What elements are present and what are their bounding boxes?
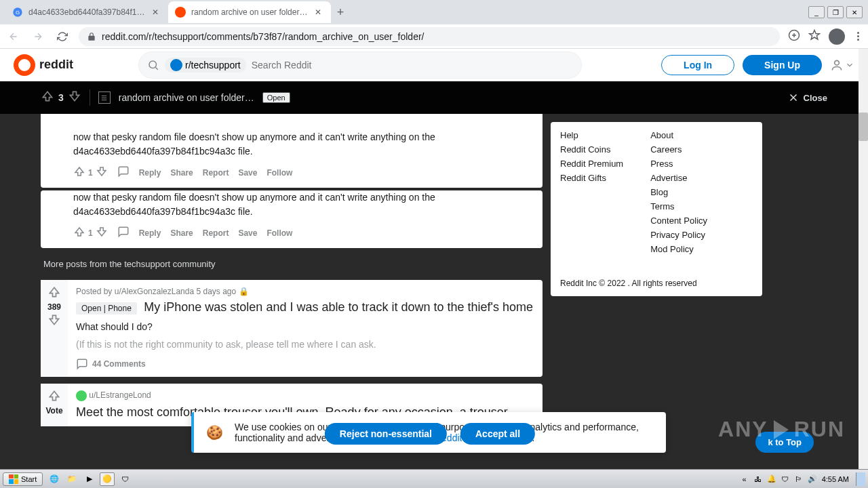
author-link[interactable]: u/LEstrangeLond	[89, 390, 151, 400]
minimize-button[interactable]: _	[808, 6, 825, 18]
flag-icon[interactable]: 🏳	[793, 474, 804, 485]
browser-tab-reddit[interactable]: random archive on user folder… : te ✕	[168, 1, 331, 23]
reply-button[interactable]: Reply	[139, 168, 161, 178]
profile-avatar[interactable]	[829, 28, 845, 45]
login-button[interactable]: Log In	[661, 55, 734, 75]
downvote-button[interactable]	[96, 165, 108, 180]
footer-link[interactable]: Reddit Premium	[560, 159, 623, 169]
lock-icon	[87, 32, 96, 41]
tab-bar: G d4ac4633ebd6440fa397b84f1bc94a ✕ rando…	[0, 0, 868, 24]
footer-link[interactable]: Advertise	[650, 173, 707, 183]
signup-button[interactable]: Sign Up	[743, 55, 822, 75]
taskbar-clock[interactable]: 4:55 AM	[822, 475, 849, 483]
reload-button[interactable]	[54, 28, 71, 45]
reject-cookies-button[interactable]: Reject non-essential	[325, 423, 447, 445]
upvote-button[interactable]	[73, 165, 85, 180]
footer-link[interactable]: Mod Policy	[650, 244, 707, 254]
footer-link[interactable]: About	[650, 130, 707, 140]
search-input[interactable]	[252, 60, 573, 70]
back-button[interactable]	[5, 28, 22, 45]
downvote-button[interactable]	[96, 226, 108, 240]
forward-button[interactable]	[30, 28, 46, 45]
tray-icons: « 🖧 🔔 🛡 🏳 🔊	[739, 474, 818, 485]
back-to-top-button[interactable]: k to Top	[755, 432, 814, 453]
footer-link[interactable]: Help	[560, 130, 623, 140]
search-box[interactable]: r/techsupport	[138, 52, 582, 79]
comment-icon	[76, 358, 88, 370]
author-link[interactable]: u/AlexGonzalezLanda	[115, 287, 194, 296]
cookie-icon: 🍪	[206, 424, 225, 441]
page-scrollbar[interactable]	[859, 49, 868, 469]
close-label: Close	[804, 93, 827, 103]
start-button[interactable]: Start	[3, 472, 43, 486]
reply-button[interactable]: Reply	[139, 228, 161, 238]
tab-close-icon[interactable]: ✕	[315, 7, 324, 17]
post-flair[interactable]: Open | Phone	[76, 302, 137, 314]
footer-link[interactable]: Blog	[650, 187, 707, 197]
comment-score: 1	[88, 168, 93, 178]
tab-close-icon[interactable]: ✕	[152, 7, 161, 17]
share-button[interactable]: Share	[170, 168, 193, 178]
browser-menu-icon[interactable]	[853, 32, 863, 41]
upvote-button[interactable]	[41, 89, 54, 106]
save-button[interactable]: Save	[238, 168, 257, 178]
feed-post-card[interactable]: 389 Posted by u/AlexGonzalezLanda 5 days…	[41, 280, 542, 377]
comment-icon[interactable]	[117, 165, 130, 180]
footer-link[interactable]: Privacy Policy	[650, 230, 707, 240]
user-menu-button[interactable]	[830, 58, 854, 72]
text-post-icon: ☰	[98, 92, 111, 104]
post-vote-column: 389	[41, 280, 68, 377]
tray-expand-icon[interactable]: «	[739, 474, 750, 485]
reddit-header: reddit r/techsupport Log In Sign Up	[0, 49, 868, 81]
follow-button[interactable]: Follow	[267, 228, 292, 238]
reddit-logo[interactable]: reddit	[14, 54, 73, 76]
media-player-icon[interactable]: ▶	[82, 472, 97, 486]
upvote-button[interactable]	[73, 226, 85, 240]
svg-text:G: G	[16, 9, 20, 16]
install-icon[interactable]	[788, 29, 800, 44]
downvote-button[interactable]	[47, 313, 61, 329]
header-actions: Log In Sign Up	[661, 55, 854, 75]
google-favicon-icon: G	[12, 7, 23, 18]
upvote-button[interactable]	[47, 285, 61, 301]
close-overlay-button[interactable]: Close	[787, 92, 827, 104]
footer-link[interactable]: Terms	[650, 201, 707, 211]
comment-vote: 1	[73, 226, 108, 240]
close-icon	[787, 92, 800, 104]
feed-post-title[interactable]: My iPhone was stolen and I was able to t…	[144, 300, 533, 314]
volume-icon[interactable]: 🔊	[807, 474, 818, 485]
action-center-icon[interactable]: 🔔	[766, 474, 777, 485]
report-button[interactable]: Report	[203, 228, 229, 238]
maximize-button[interactable]: ❐	[827, 6, 844, 18]
accept-cookies-button[interactable]: Accept all	[460, 423, 535, 445]
footer-link[interactable]: Careers	[650, 144, 707, 155]
security-icon[interactable]: 🛡	[780, 474, 791, 485]
bookmark-icon[interactable]	[808, 29, 821, 44]
footer-link[interactable]: Press	[650, 159, 707, 169]
network-icon[interactable]: 🖧	[753, 474, 764, 485]
chrome-icon[interactable]: 🟡	[100, 472, 115, 486]
explorer-icon[interactable]: 📁	[64, 472, 79, 486]
footer-link[interactable]: Reddit Gifts	[560, 173, 623, 183]
browser-tab-google[interactable]: G d4ac4633ebd6440fa397b84f1bc94a ✕	[5, 1, 168, 23]
upvote-button[interactable]	[47, 389, 61, 405]
share-button[interactable]: Share	[170, 228, 193, 238]
save-button[interactable]: Save	[238, 228, 257, 238]
scrollbar-thumb[interactable]	[859, 113, 868, 141]
footer-link[interactable]: Content Policy	[650, 216, 707, 226]
show-desktop-button[interactable]	[856, 472, 865, 486]
downvote-button[interactable]	[68, 89, 81, 106]
follow-button[interactable]: Follow	[267, 168, 292, 178]
url-field[interactable]: reddit.com/r/techsupport/comments/b73f87…	[79, 27, 780, 46]
comment-icon[interactable]	[117, 226, 130, 240]
comment-count[interactable]: 44 Comments	[92, 359, 146, 369]
ie-icon[interactable]: 🌐	[47, 472, 62, 486]
new-tab-button[interactable]: +	[331, 3, 350, 22]
report-button[interactable]: Report	[203, 168, 229, 178]
lock-icon: 🔒	[239, 287, 249, 296]
subreddit-pill[interactable]: r/techsupport	[165, 58, 246, 73]
footer-link[interactable]: Reddit Coins	[560, 144, 623, 155]
close-window-button[interactable]: ✕	[846, 6, 863, 18]
shield-icon[interactable]: 🛡	[117, 472, 132, 486]
post-vote-column: Vote	[41, 384, 68, 426]
